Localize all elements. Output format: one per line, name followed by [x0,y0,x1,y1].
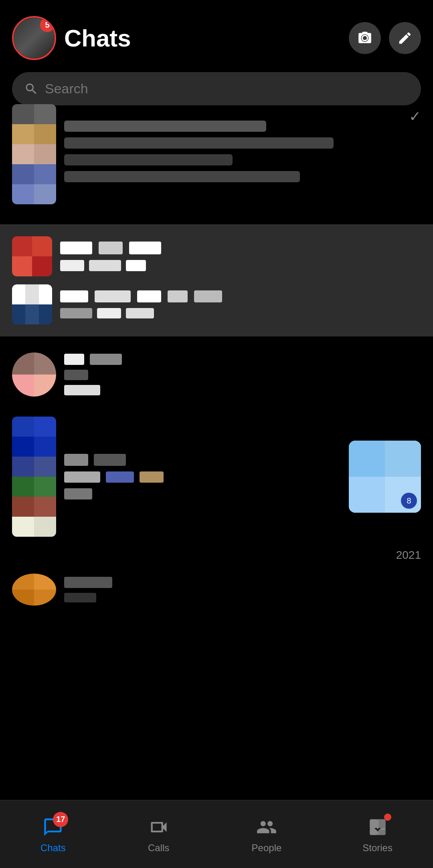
chat-item-3[interactable] [0,344,433,405]
chat-item[interactable]: ✓ [0,96,433,212]
chat-avatar-4 [12,417,56,537]
svg-rect-0 [370,819,376,828]
calls-nav-label: Calls [148,842,169,854]
camera-icon [357,30,372,46]
stories-nav-dot [384,814,391,821]
hl-avatar-1 [12,236,52,276]
chat-content [64,121,401,188]
chat-list-section: ✓ [0,88,433,220]
chat-item-5[interactable] [0,566,433,614]
chat-extra-blur [64,171,300,182]
content-area: ✓ [0,88,433,800]
date-label: 2021 [0,549,433,562]
calls-icon [148,817,169,838]
chat-preview-blur [64,137,334,149]
people-nav-label: People [252,842,282,854]
svg-rect-2 [370,830,376,835]
svg-rect-3 [378,830,385,835]
chat-item-4[interactable]: 8 [0,409,433,545]
nav-chats[interactable]: 17 Chats [40,815,66,854]
header-left: 5 Chats [12,16,131,60]
highlighted-chat-section [0,224,433,336]
nav-calls[interactable]: Calls [147,815,171,854]
header-actions [349,22,421,54]
notification-badge: 5 [40,18,55,32]
chat-content-4 [64,454,341,499]
compose-icon [397,30,413,46]
people-nav-icon [255,815,279,839]
user-avatar[interactable]: 5 [12,16,56,60]
hl-avatar-2 [12,284,52,324]
stories-nav-label: Stories [362,842,393,854]
chat-name-blur [64,121,266,132]
chat-avatar [12,104,56,204]
chats-nav-icon: 17 [41,815,65,839]
chat-avatar-3 [12,352,56,397]
nav-stories[interactable]: Stories [362,815,393,854]
thumbnail-badge: 8 [401,493,417,509]
stories-nav-icon [366,815,390,839]
header: 5 Chats [0,0,433,68]
chat-thumbnail: 8 [349,441,421,513]
chat-checkmark: ✓ [409,108,421,125]
chats-nav-badge: 17 [53,812,68,827]
page-title: Chats [64,24,131,52]
highlighted-chat-item-1[interactable] [12,232,421,280]
calls-nav-icon [147,815,171,839]
compose-button[interactable] [389,22,421,54]
svg-rect-1 [378,819,385,828]
chat-content-3 [64,354,421,395]
chat-content-5 [64,577,421,602]
hl-content-2 [60,290,421,318]
chat-time-blur [64,154,233,165]
people-icon [256,817,277,838]
chats-nav-label: Chats [40,842,66,854]
camera-button[interactable] [349,22,381,54]
hl-content-1 [60,242,421,271]
nav-people[interactable]: People [252,815,282,854]
highlighted-chat-item-2[interactable] [12,280,421,328]
chat-avatar-5 [12,574,56,606]
bottom-nav: 17 Chats Calls People [0,800,433,868]
